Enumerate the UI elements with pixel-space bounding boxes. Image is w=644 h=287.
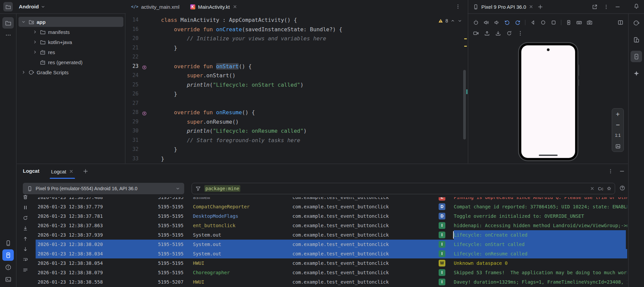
log-row[interactable]: 2026-01-23 12:38:37.4885195-5195ashmemco… <box>17 197 628 202</box>
home-button[interactable] <box>540 19 546 26</box>
restart-button[interactable] <box>506 30 512 36</box>
tree-chevron-icon[interactable] <box>32 50 38 54</box>
tree-item-kotlin-java[interactable]: kotlin+java <box>18 37 123 47</box>
zoom-level[interactable]: 1:1 <box>612 130 623 141</box>
log-pid: 5195-5195 <box>158 268 184 277</box>
log-row[interactable]: 2026-01-23 12:38:38.5585195-5207HWUIcom.… <box>17 277 628 287</box>
running-devices-button[interactable] <box>631 51 642 62</box>
inspections-widget[interactable]: 8 <box>438 17 462 25</box>
video-button[interactable] <box>473 30 479 36</box>
device-screen[interactable] <box>521 45 575 158</box>
gradle-tool-button[interactable] <box>631 17 642 29</box>
upload-button[interactable] <box>484 30 490 36</box>
power-button[interactable] <box>473 19 479 26</box>
more-tool-windows-button[interactable] <box>2 29 14 41</box>
zoom-out-button[interactable]: − <box>612 119 623 130</box>
device-panel-options-icon[interactable] <box>603 4 609 10</box>
hide-device-panel-icon[interactable] <box>615 4 620 10</box>
kebab-button[interactable] <box>517 30 523 36</box>
logcat-filter-input[interactable]: package:mine Cc <box>192 183 615 194</box>
log-row[interactable]: 2026-01-23 12:38:38.0795195-5195Choreogr… <box>17 268 628 277</box>
warning-stripe-mark[interactable] <box>464 46 467 47</box>
zoom-in-button[interactable]: + <box>612 109 623 119</box>
editor-tab-activity-main-xml[interactable]: </>activity_main.xml <box>126 0 185 13</box>
log-row[interactable]: 2026-01-23 12:38:37.9395195-5195System.o… <box>17 230 628 240</box>
tree-item-app[interactable]: app <box>18 17 123 27</box>
log-pid: 5195-5195 <box>158 202 184 211</box>
line-number: 14 <box>126 15 138 25</box>
overview-button[interactable] <box>551 19 557 26</box>
close-logcat-tab-icon[interactable] <box>69 169 74 174</box>
logcat-tab[interactable]: Logcat <box>48 164 77 179</box>
tree-item-res[interactable]: res <box>18 47 123 57</box>
code-line: 24 super.onStart() <box>126 71 468 80</box>
log-row[interactable]: 2026-01-23 12:38:37.7815195-5195DesktopM… <box>17 211 628 221</box>
tree-chevron-icon[interactable] <box>32 40 38 44</box>
clear-filter-icon[interactable] <box>590 186 595 191</box>
log-row[interactable]: 2026-01-23 12:38:37.7795195-5195CompatCh… <box>17 202 628 211</box>
tree-chevron-icon[interactable] <box>21 70 26 75</box>
log-time: 2026-01-23 12:38:38.054 <box>38 258 103 268</box>
logcat-tool-button[interactable] <box>2 249 14 261</box>
close-tab-icon[interactable] <box>233 4 237 9</box>
reset-position-button[interactable] <box>566 19 572 26</box>
tree-item-label: manifests <box>48 29 70 35</box>
device-tab-label[interactable]: Pixel 9 Pro API 36.0 <box>481 4 526 10</box>
device-mirror-button[interactable] <box>2 237 14 249</box>
volume-up-button[interactable] <box>483 19 489 26</box>
gemini-button[interactable] <box>631 68 642 79</box>
log-row[interactable]: 2026-01-23 12:38:38.0345195-5195System.o… <box>17 249 628 258</box>
new-logcat-tab-icon[interactable] <box>83 168 88 174</box>
editor-tab-mainactivity-kt[interactable]: KMainActivity.kt <box>185 0 243 13</box>
download-button[interactable] <box>495 30 501 36</box>
rotate-right-button[interactable] <box>515 19 521 26</box>
volume-down-button[interactable] <box>494 19 500 26</box>
main-menu-button[interactable] <box>3 2 13 11</box>
logcat-device-selector[interactable]: Pixel 9 Pro (emulator-5554) Android 16, … <box>23 183 184 194</box>
log-level-badge: I <box>439 222 445 229</box>
project-tool-button[interactable] <box>2 17 14 29</box>
log-message: Lifecycle: onCreate called <box>454 230 627 240</box>
change-stripe-mark[interactable] <box>466 89 468 94</box>
code-editor[interactable]: 14class MainActivity : AppCompatActivity… <box>126 13 468 163</box>
terminal-tool-button[interactable] <box>2 274 14 285</box>
notifications-bell-icon[interactable] <box>634 3 639 9</box>
save-filter-star-icon[interactable] <box>607 186 611 191</box>
log-message: Compat change id reported: 377864165; UI… <box>454 202 627 211</box>
project-switcher[interactable]: Android <box>19 0 45 13</box>
tree-item-gradle-scripts[interactable]: Gradle Scripts <box>18 67 123 77</box>
warning-stripe-mark[interactable] <box>464 38 467 39</box>
keyboard-button[interactable] <box>576 19 582 26</box>
code-text: } <box>161 43 177 53</box>
editor-scrollbar[interactable] <box>463 70 466 139</box>
filter-help-icon[interactable] <box>619 185 625 191</box>
close-device-tab-icon[interactable] <box>529 4 533 9</box>
hide-logcat-icon[interactable] <box>619 168 625 174</box>
logcat-options-icon[interactable] <box>608 168 613 174</box>
tree-item-label: app <box>37 19 46 25</box>
prev-problem-icon[interactable] <box>450 18 455 23</box>
tree-item-manifests[interactable]: manifests <box>18 27 123 37</box>
tree-item-res-generated[interactable]: res (generated) <box>18 57 123 67</box>
code-line: 25 println("Lifecycle: onStart called") <box>126 80 468 90</box>
zoom-fit-button[interactable] <box>612 141 623 152</box>
next-problem-icon[interactable] <box>457 18 462 23</box>
log-row[interactable]: 2026-01-23 12:38:38.0205195-5195System.o… <box>17 240 628 249</box>
device-manager-button[interactable] <box>631 34 642 45</box>
log-time: 2026-01-23 12:38:38.558 <box>38 277 103 287</box>
rotate-left-button[interactable] <box>504 19 510 26</box>
log-row[interactable]: 2026-01-23 12:38:38.0545195-5195HWUIcom.… <box>17 258 628 268</box>
window-snap-button[interactable] <box>617 19 623 26</box>
editor-tabs-more-icon[interactable] <box>455 4 461 9</box>
camera-button[interactable] <box>587 19 593 26</box>
log-time: 2026-01-23 12:38:37.863 <box>38 221 103 230</box>
tree-chevron-icon[interactable] <box>32 30 38 34</box>
tree-chevron-icon[interactable] <box>21 19 26 24</box>
open-in-window-icon[interactable] <box>592 4 598 10</box>
fit-screen-icon <box>615 144 621 149</box>
back-button[interactable] <box>530 19 536 26</box>
new-device-tab-icon[interactable] <box>537 4 543 10</box>
match-case-toggle[interactable]: Cc <box>598 186 603 191</box>
log-row[interactable]: 2026-01-23 12:38:37.8635195-5195ent_butt… <box>17 221 628 230</box>
problems-tool-button[interactable] <box>2 261 14 273</box>
